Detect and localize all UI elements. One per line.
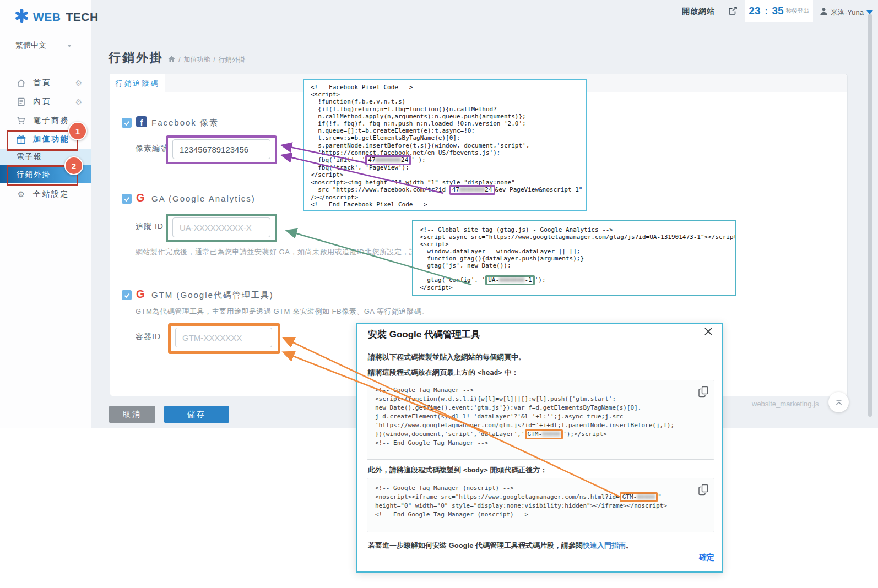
instruction-text: 請將這段程式碼放在網頁最上方的 [368, 368, 478, 377]
sidebar-item-site-settings[interactable]: ⚙ 全站設定 [0, 185, 91, 204]
ga-gtag-code-snippet: <!-- Global site tag (gtag.js) - Google … [412, 220, 736, 296]
home-icon [17, 79, 26, 88]
gear-icon[interactable]: ⚙ [75, 97, 82, 106]
language-label: 繁體中文 [15, 41, 46, 51]
chevron-down-icon [67, 45, 72, 47]
save-button[interactable]: 儲存 [164, 406, 229, 423]
cancel-button[interactable]: 取消 [109, 406, 155, 423]
instruction-text: 此外，請將這段程式碼複製到 [368, 466, 463, 474]
brand-web-text: WEB [33, 10, 61, 24]
language-selector[interactable]: 繁體中文 [15, 41, 72, 55]
gear-icon[interactable]: ⚙ [75, 79, 82, 88]
timer-minutes: 23 [749, 5, 760, 17]
close-icon[interactable] [704, 327, 713, 338]
facebook-pixel-code-snippet: <!-- Facebook Pixel Code --><script> !fu… [303, 79, 587, 211]
copy-icon[interactable] [698, 484, 708, 498]
footer-text: 若要進一步瞭解如何安裝 Google 代碼管理工具程式碼片段，請參閱 [368, 541, 583, 549]
user-icon [820, 7, 828, 18]
breadcrumb: / 加值功能 / 行銷外掛 [168, 55, 245, 64]
confirm-button[interactable]: 確定 [683, 553, 714, 563]
sidebar-item-label: 全站設定 [33, 189, 69, 199]
copy-icon[interactable] [698, 386, 708, 400]
quickstart-guide-link[interactable]: 快速入門指南 [583, 541, 626, 549]
sidebar-item-label: 首頁 [33, 78, 51, 88]
gear-icon: ⚙ [17, 189, 26, 199]
sidebar-item-label: 電子報 [17, 152, 42, 162]
body-tag-token: <body> [463, 466, 488, 474]
logout-timer: 23 ： 35 秒後登出 [745, 0, 813, 22]
ga-checkbox[interactable] [122, 194, 132, 204]
container-id-label: 容器ID [136, 332, 161, 342]
breadcrumb-item[interactable]: 加值功能 [183, 55, 210, 64]
modal-title: 安裝 Google 代碼管理工具 [368, 328, 480, 341]
pixel-id-label: 像素編號 [136, 144, 169, 154]
scroll-to-top-button[interactable] [828, 392, 849, 412]
gtm-description: GTM為代碼管理工具，主要用途即是透過 GTM 來安裝例如 FB像素、GA 等行… [136, 307, 429, 317]
page-icon [17, 97, 26, 106]
page-title: 行銷外掛 [109, 50, 164, 66]
breadcrumb-item: 行銷外掛 [219, 55, 245, 64]
gtm-checkbox[interactable] [122, 290, 132, 300]
sidebar [0, 0, 91, 428]
modal-instruction-head: 請將這段程式碼放在網頁最上方的 <head> 中： [368, 368, 518, 378]
facebook-pixel-checkbox[interactable] [122, 118, 132, 128]
instruction-text: 中： [502, 368, 519, 377]
container-id-input[interactable] [175, 328, 272, 347]
instruction-text: 開頭代碼正後方： [488, 466, 548, 474]
gtm-section-title: GTM (Google代碼管理工具) [151, 290, 274, 301]
cart-icon [17, 116, 26, 125]
modal-instruction-body: 此外，請將這段程式碼複製到 <body> 開頭代碼正後方： [368, 465, 547, 475]
script-filename-label: website_marketing.js [752, 400, 819, 408]
brand-logo[interactable]: WEB TECH [14, 8, 99, 25]
gift-icon [17, 135, 26, 144]
modal-footer-note: 若要進一步瞭解如何安裝 Google 代碼管理工具程式碼片段，請參閱快速入門指南… [368, 541, 633, 551]
ga-help-text: 網站製作完成後，通常已為您申請並安裝好 GA，如尚未啟用或追蹤ID非您所設定，請… [136, 247, 440, 257]
tab-marketing-tracking-codes[interactable]: 行銷追蹤碼 [110, 74, 165, 92]
pixel-id-input[interactable] [172, 139, 270, 159]
sidebar-item-label: 加值功能 [33, 134, 69, 144]
ga-section-title: GA (Google Analytics) [151, 194, 256, 203]
sidebar-item-label: 電子商務 [33, 116, 69, 126]
asterisk-logo-icon [14, 8, 29, 25]
annotation-step-badge-1: 1 [68, 122, 87, 140]
annotation-step-badge-2: 2 [64, 156, 83, 175]
facebook-section-title: Facebook 像素 [151, 118, 219, 128]
user-name: 米洛-Yuna [831, 8, 864, 18]
google-icon: G [136, 192, 145, 204]
sidebar-item-pages[interactable]: 內頁 ⚙ [0, 92, 91, 111]
head-tag-token: <head> [478, 368, 502, 377]
timer-colon: ： [762, 6, 771, 17]
breadcrumb-sep: / [178, 56, 180, 64]
tracking-id-label: 追蹤 ID [136, 222, 164, 232]
open-website-link[interactable]: 開啟網站 [682, 7, 715, 17]
user-menu[interactable]: 米洛-Yuna [820, 7, 873, 18]
gtm-body-code-block: <!-- Google Tag Manager (noscript) --><n… [367, 478, 714, 532]
home-icon[interactable] [168, 56, 175, 64]
brand-tech-text: TECH [66, 10, 99, 24]
footer-text: 。 [626, 541, 633, 549]
external-link-icon[interactable] [728, 6, 738, 18]
modal-instruction-1: 請將以下程式碼複製並貼入您網站的每個網頁中。 [368, 352, 525, 362]
timer-suffix-label: 秒後登出 [786, 7, 809, 15]
tracking-id-input[interactable] [172, 217, 270, 237]
sidebar-item-label: 內頁 [33, 97, 51, 107]
facebook-icon: f [136, 116, 147, 127]
sidebar-item-label: 行銷外掛 [17, 170, 51, 179]
gtm-head-code-block: <!-- Google Tag Manager --><script>(func… [367, 380, 714, 460]
breadcrumb-sep: / [213, 56, 215, 64]
timer-seconds: 35 [772, 5, 784, 17]
google-icon: G [136, 288, 145, 301]
sidebar-item-home[interactable]: 首頁 ⚙ [0, 74, 91, 92]
scrollbar-thumb[interactable] [868, 14, 872, 417]
